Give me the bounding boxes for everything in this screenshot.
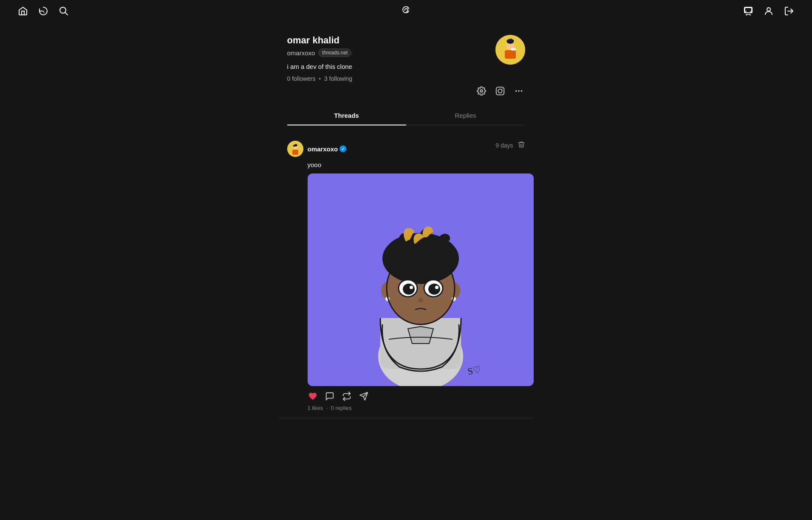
svg-point-32 — [410, 286, 413, 289]
tab-threads[interactable]: Threads — [287, 106, 406, 125]
top-navigation — [0, 0, 812, 22]
replies-stat: 0 replies — [331, 405, 351, 411]
nav-left — [17, 5, 70, 17]
post-author-info: omarxoxo ✓ — [308, 145, 347, 153]
svg-point-14 — [515, 90, 517, 92]
profile-bio: i am a dev of this clone — [287, 63, 353, 70]
post-author-name: omarxoxo ✓ — [308, 145, 347, 153]
following-count[interactable]: 3 — [324, 75, 328, 82]
svg-point-36 — [418, 298, 423, 303]
post-time-delete: 9 days — [495, 141, 525, 150]
profile-header: omar khalid omarxoxo threads.net i am a … — [287, 35, 525, 82]
profile-avatar — [495, 35, 525, 65]
threads-logo[interactable] — [399, 3, 414, 20]
profile-handle-row: omarxoxo threads.net — [287, 48, 353, 57]
svg-point-31 — [428, 284, 440, 295]
svg-rect-7 — [505, 50, 516, 59]
like-button[interactable] — [308, 391, 318, 401]
svg-point-12 — [498, 89, 502, 93]
svg-point-13 — [502, 88, 503, 89]
likes-stat: 1 likes — [308, 405, 323, 411]
post-author-row: omarxoxo ✓ — [287, 141, 347, 157]
tab-replies[interactable]: Replies — [406, 106, 525, 125]
thread-post: omarxoxo ✓ 9 days yooo — [279, 134, 534, 418]
post-image: S♡ — [308, 173, 534, 386]
svg-point-9 — [511, 48, 516, 50]
profile-handle: omarxoxo — [287, 49, 315, 57]
activity-icon[interactable] — [37, 5, 49, 17]
profile-nav-icon[interactable] — [763, 5, 775, 17]
profile-name: omar khalid — [287, 35, 353, 46]
post-avatar — [287, 141, 303, 157]
profile-tabs: Threads Replies — [287, 106, 525, 125]
svg-point-30 — [403, 284, 415, 295]
instagram-icon[interactable] — [494, 85, 506, 97]
svg-rect-19 — [292, 150, 298, 155]
more-options-icon[interactable] — [512, 85, 525, 97]
followers-label: followers — [292, 75, 315, 82]
search-icon[interactable] — [58, 5, 70, 17]
post-text: yooo — [279, 161, 534, 168]
svg-point-1 — [407, 8, 408, 9]
post-stats: 1 likes · 0 replies — [279, 405, 534, 411]
profile-platform-badge: threads.net — [318, 48, 351, 57]
svg-point-10 — [480, 90, 483, 92]
profile-actions — [287, 85, 525, 97]
nav-right — [742, 5, 795, 17]
following-label: following — [329, 75, 352, 82]
profile-info: omar khalid omarxoxo threads.net i am a … — [287, 35, 353, 82]
svg-point-15 — [518, 90, 520, 92]
post-header: omarxoxo ✓ 9 days — [279, 141, 534, 157]
svg-rect-11 — [496, 87, 504, 95]
profile-stats: 0 followers • 3 following — [287, 75, 353, 82]
repost-button[interactable] — [342, 391, 352, 401]
profile-section: omar khalid omarxoxo threads.net i am a … — [279, 35, 534, 125]
svg-point-16 — [521, 90, 522, 92]
settings-icon[interactable] — [475, 85, 488, 97]
logout-icon[interactable] — [783, 5, 795, 17]
share-button[interactable] — [359, 391, 369, 401]
svg-point-33 — [435, 286, 439, 289]
messages-icon[interactable] — [742, 5, 754, 17]
delete-icon[interactable] — [518, 141, 525, 150]
verified-badge: ✓ — [340, 145, 346, 152]
followers-count[interactable]: 0 — [287, 75, 291, 82]
post-actions — [279, 391, 534, 401]
cartoon-illustration: S♡ — [308, 173, 534, 386]
svg-point-3 — [767, 8, 770, 11]
comment-button[interactable] — [325, 391, 335, 401]
home-icon[interactable] — [17, 5, 29, 17]
post-time: 9 days — [495, 142, 513, 149]
